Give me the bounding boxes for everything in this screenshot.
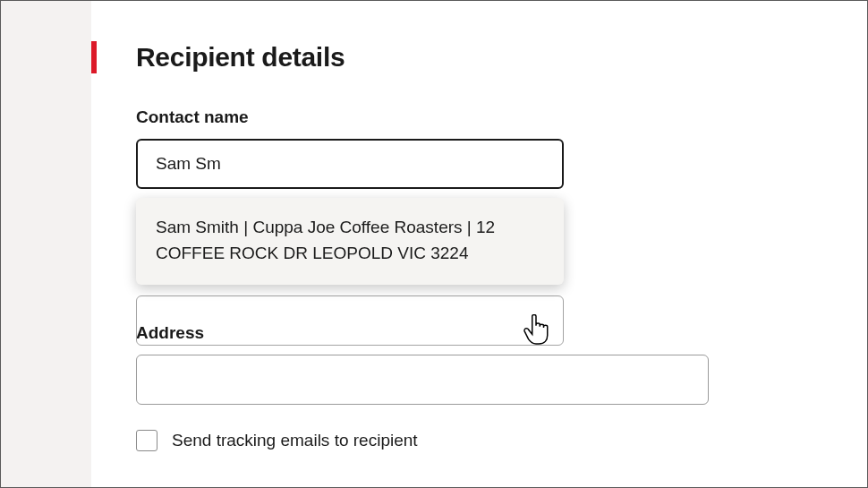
tracking-checkbox[interactable] [136,430,157,451]
contact-name-field-wrap: Sam Smith | Cuppa Joe Coffee Roasters | … [136,139,822,451]
hidden-field-outline [136,295,564,346]
content-area: Recipient details Contact name Sam Smith… [91,1,867,487]
autocomplete-option[interactable]: Sam Smith | Cuppa Joe Coffee Roasters | … [136,198,564,285]
autocomplete-dropdown: Sam Smith | Cuppa Joe Coffee Roasters | … [136,198,564,285]
section-heading: Recipient details [91,41,822,73]
address-input[interactable] [136,355,709,405]
tracking-checkbox-row: Send tracking emails to recipient [136,430,822,451]
page-title: Recipient details [136,42,345,73]
contact-name-label: Contact name [136,107,822,127]
sidebar-strip [1,1,91,487]
tracking-checkbox-label: Send tracking emails to recipient [172,431,418,450]
accent-bar [91,41,97,73]
contact-name-input[interactable] [136,139,564,189]
